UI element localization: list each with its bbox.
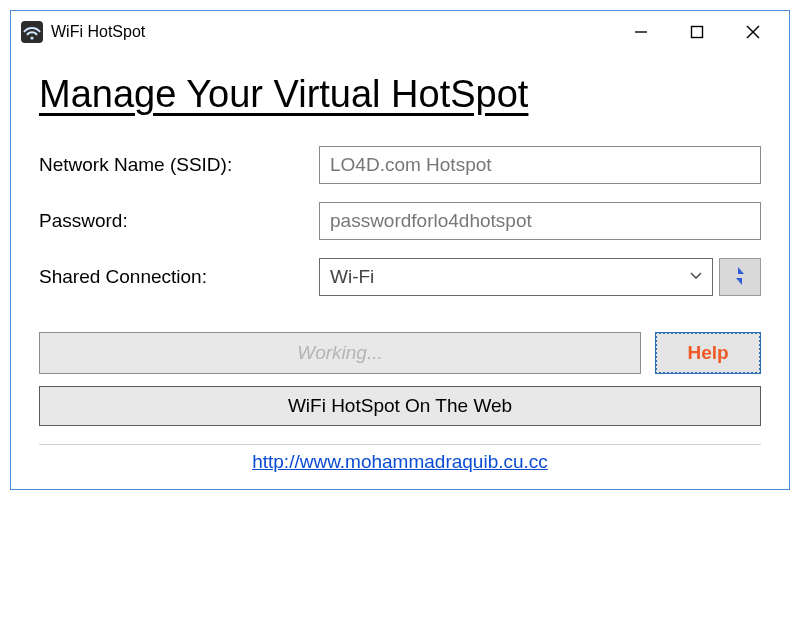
ssid-label: Network Name (SSID): xyxy=(39,154,319,176)
wifi-icon xyxy=(21,21,43,43)
web-button[interactable]: WiFi HotSpot On The Web xyxy=(39,386,761,426)
chevron-down-icon xyxy=(688,266,704,288)
website-link[interactable]: http://www.mohammadraquib.cu.cc xyxy=(252,451,548,472)
shared-connection-label: Shared Connection: xyxy=(39,266,319,288)
app-window: WiFi HotSpot Manage Your Virtual HotSpot… xyxy=(10,10,790,490)
minimize-button[interactable] xyxy=(613,11,669,53)
svg-marker-6 xyxy=(738,267,744,274)
close-button[interactable] xyxy=(725,11,781,53)
titlebar: WiFi HotSpot xyxy=(11,11,789,53)
web-button-label: WiFi HotSpot On The Web xyxy=(288,395,512,417)
svg-point-1 xyxy=(30,36,33,39)
action-buttons-row: Working... Help xyxy=(39,332,761,374)
app-title: WiFi HotSpot xyxy=(51,23,145,41)
refresh-button[interactable] xyxy=(719,258,761,296)
password-label: Password: xyxy=(39,210,319,232)
start-stop-button[interactable]: Working... xyxy=(39,332,641,374)
maximize-button[interactable] xyxy=(669,11,725,53)
start-stop-label: Working... xyxy=(297,342,383,364)
password-input[interactable] xyxy=(319,202,761,240)
ssid-input[interactable] xyxy=(319,146,761,184)
password-row: Password: xyxy=(39,202,761,240)
help-button[interactable]: Help xyxy=(655,332,761,374)
window-body: Manage Your Virtual HotSpot Network Name… xyxy=(11,53,789,489)
help-label: Help xyxy=(687,342,728,364)
website-link-container: http://www.mohammadraquib.cu.cc xyxy=(39,445,761,485)
shared-connection-row: Shared Connection: Wi-Fi xyxy=(39,258,761,296)
ssid-row: Network Name (SSID): xyxy=(39,146,761,184)
shared-connection-value: Wi-Fi xyxy=(330,266,374,288)
shared-connection-select[interactable]: Wi-Fi xyxy=(319,258,713,296)
svg-marker-7 xyxy=(736,278,742,285)
svg-rect-3 xyxy=(692,27,703,38)
page-title: Manage Your Virtual HotSpot xyxy=(39,73,761,116)
refresh-icon xyxy=(729,265,751,290)
